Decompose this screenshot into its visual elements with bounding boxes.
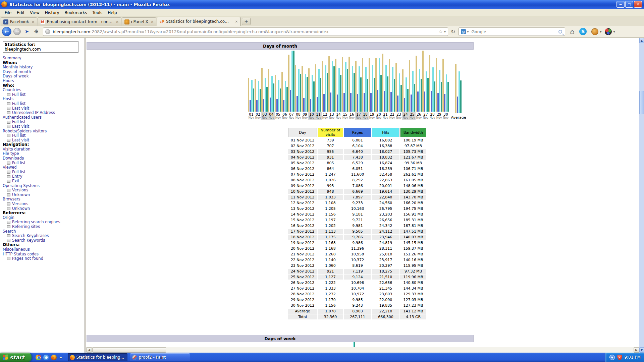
search-input[interactable] (471, 29, 558, 34)
sidebar-item-full-list[interactable]: Full list (3, 102, 83, 106)
chrome-icon[interactable] (36, 355, 41, 360)
scroll-up-icon[interactable]: ▲ (639, 38, 644, 43)
chart-day-group: 10Nov (308, 51, 315, 120)
download-addon-icon[interactable]: ➤ (23, 28, 30, 35)
sidebar-item-http-status-codes[interactable]: HTTP Status codes (3, 252, 83, 257)
sidebar-item-operating-systems[interactable]: Operating Systems (3, 184, 83, 188)
sidebar-item-full-list[interactable]: Full list (3, 133, 83, 138)
table-cell: 16,882 (372, 138, 399, 143)
sidebar-item-visits-duration[interactable]: Visits duration (3, 147, 83, 152)
sidebar-item-browsers[interactable]: Browsers (3, 197, 83, 202)
back-button[interactable]: ← (2, 27, 11, 36)
tab-close-icon[interactable]: ✕ (151, 20, 154, 24)
search-box[interactable]: g ▾ (459, 27, 565, 36)
tab-4[interactable]: cPStatistics for bleepingtech.com (2012-… (157, 17, 240, 26)
quicklaunch-overflow-icon[interactable]: » (59, 355, 62, 360)
chart-average-group: Average (455, 52, 462, 120)
sidebar-item-days-of-month[interactable]: Days of month (3, 70, 83, 74)
sidebar-item-robots-spiders-visitors[interactable]: Robots/Spiders visitors (3, 129, 83, 134)
menu-item-file[interactable]: File (2, 9, 14, 16)
monkey-addon-icon[interactable] (591, 28, 598, 35)
sidebar-item-last-visit[interactable]: Last visit (3, 124, 83, 129)
taskbar-button-firefox[interactable]: Statistics for bleeping... (68, 353, 127, 361)
sidebar-item-referring-search-engines[interactable]: Referring search engines (3, 220, 83, 225)
tray-collapse-icon[interactable]: ◀ (609, 355, 615, 360)
sidebar-item-authenticated-users[interactable]: Authenticated users (3, 115, 83, 120)
sidebar-item-full-list[interactable]: Full list (3, 161, 83, 166)
menu-item-bookmarks[interactable]: Bookmarks (62, 9, 90, 16)
colorzilla-dropdown-icon[interactable]: ▾ (613, 30, 615, 34)
colorzilla-icon[interactable] (605, 28, 612, 35)
sidebar-item-viewed[interactable]: Viewed (3, 165, 83, 170)
sidebar-item-pages-not-found[interactable]: Pages not found (3, 256, 83, 261)
menu-item-edit[interactable]: Edit (14, 9, 27, 16)
minimize-button[interactable]: ─ (616, 1, 625, 8)
tab-close-icon[interactable]: ✕ (116, 20, 118, 24)
menu-item-history[interactable]: History (42, 9, 62, 16)
sidebar-item-countries[interactable]: Countries (3, 88, 83, 93)
sidebar-item-monthly-history[interactable]: Monthly history (3, 65, 83, 70)
security-alert-icon[interactable]: ✕ (617, 355, 622, 360)
sidebar-item-unknown[interactable]: Unknown (3, 193, 83, 197)
urlbar-dropdown-icon[interactable]: ▾ (444, 30, 446, 34)
forward-button[interactable]: → (13, 28, 21, 35)
horizontal-scroll-thumb[interactable] (92, 347, 166, 353)
scroll-down-icon[interactable]: ▼ (639, 347, 644, 353)
taskbar-button-paint[interactable]: proof2 - Paint (130, 353, 190, 361)
start-button[interactable]: start (0, 353, 32, 362)
url-text[interactable]: bleepingtech.com:2082/awstats.pl?month=1… (53, 29, 437, 34)
search-engine-dropdown-icon[interactable]: ▾ (467, 30, 469, 34)
scroll-right-icon[interactable]: ▶ (634, 347, 639, 353)
sidebar-item-last-visit[interactable]: Last visit (3, 138, 83, 143)
horizontal-scrollbar[interactable]: ◀ ▶ (86, 347, 639, 353)
paw-addon-icon[interactable]: ❉ (33, 28, 40, 35)
sidebar-item-summary[interactable]: Summary (3, 56, 83, 61)
sidebar-item-entry[interactable]: Entry (3, 174, 83, 179)
sidebar-item-referring-sites[interactable]: Referring sites (3, 225, 83, 229)
sidebar-item-versions[interactable]: Versions (3, 188, 83, 193)
sidebar-item-miscellaneous[interactable]: Miscellaneous (3, 247, 83, 252)
sidebar-item-file-type[interactable]: File type (3, 152, 83, 156)
sidebar-item-search-keywords[interactable]: Search Keywords (3, 238, 83, 243)
google-icon[interactable]: g (461, 29, 466, 34)
sidebar-item-origin[interactable]: Origin (3, 216, 83, 220)
sidebar-item-hours[interactable]: Hours (3, 79, 83, 83)
vertical-scroll-thumb[interactable] (639, 91, 644, 114)
sidebar-item-days-of-week[interactable]: Days of week (3, 74, 83, 79)
maximize-button[interactable]: ▢ (625, 1, 633, 8)
reload-icon[interactable]: ↻ (451, 28, 455, 35)
sidebar-item-full-list[interactable]: Full list (3, 120, 83, 124)
menu-item-tools[interactable]: Tools (90, 9, 105, 16)
sidebar-item-exit[interactable]: Exit (3, 179, 83, 184)
sidebar-item-search-keyphrases[interactable]: Search Keyphrases (3, 234, 83, 238)
address-bar[interactable]: bleepingtech.com:2082/awstats.pl?month=1… (43, 27, 448, 36)
scroll-left-icon[interactable]: ◀ (86, 347, 92, 353)
menu-item-help[interactable]: Help (105, 9, 119, 16)
sidebar-item-unresolved-ip-address[interactable]: Unresolved IP Address (3, 111, 83, 115)
tab-1[interactable]: fFacebook✕ (1, 17, 37, 26)
search-magnifier-icon[interactable] (558, 30, 562, 34)
sidebar-item-last-visit[interactable]: Last visit (3, 106, 83, 111)
sidebar-item-downloads[interactable]: Downloads (3, 156, 83, 161)
tab-3[interactable]: cPanel X✕ (122, 17, 156, 26)
internet-explorer-icon[interactable]: e (43, 355, 49, 360)
vertical-scrollbar[interactable]: ▲ ▼ (639, 38, 644, 353)
sidebar-item-versions[interactable]: Versions (3, 202, 83, 206)
close-button[interactable]: ✕ (634, 1, 642, 8)
sidebar-item-unknown[interactable]: Unknown (3, 206, 83, 211)
sidebar-item-full-list[interactable]: Full list (3, 170, 83, 175)
firefox-quicklaunch-icon[interactable] (51, 355, 57, 360)
new-tab-button[interactable]: + (242, 18, 251, 25)
sidebar-item-hosts[interactable]: Hosts (3, 97, 83, 102)
home-icon[interactable]: ⌂ (570, 27, 575, 36)
bookmark-star-icon[interactable]: ☆ (438, 29, 443, 34)
sidebar-item-search[interactable]: Search (3, 229, 83, 234)
skype-icon[interactable]: S (579, 28, 587, 35)
tab-2[interactable]: MEmail using contact form - contactbleep… (38, 17, 121, 26)
menu-item-view[interactable]: View (27, 9, 42, 16)
monkey-dropdown-icon[interactable]: ▾ (600, 30, 601, 34)
tab-close-icon[interactable]: ✕ (235, 20, 238, 23)
chart-bars (416, 51, 422, 112)
tab-close-icon[interactable]: ✕ (32, 20, 34, 24)
sidebar-item-full-list[interactable]: Full list (3, 93, 83, 97)
